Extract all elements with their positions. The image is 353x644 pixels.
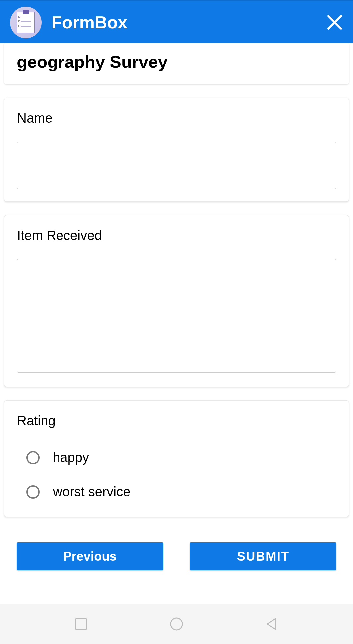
svg-rect-2 — [76, 619, 86, 629]
question-card-name: Name — [4, 98, 349, 202]
form-title: geography Survey — [17, 52, 336, 72]
close-button[interactable] — [326, 14, 343, 31]
close-icon — [326, 14, 343, 31]
radio-option-happy[interactable]: happy — [26, 450, 336, 465]
radio-circle-icon — [26, 485, 40, 499]
app-header: FormBox — [0, 0, 353, 43]
item-received-input[interactable] — [17, 259, 336, 373]
form-title-card: geography Survey — [4, 43, 349, 84]
question-label: Item Received — [17, 228, 336, 243]
nav-home-button[interactable] — [169, 616, 184, 632]
question-label: Name — [17, 111, 336, 126]
circle-icon — [169, 616, 184, 632]
radio-option-worst-service[interactable]: worst service — [26, 484, 336, 499]
submit-button[interactable]: SUBMIT — [190, 542, 336, 570]
submit-button-label: SUBMIT — [237, 549, 290, 564]
rating-radio-group: happy worst service — [17, 444, 336, 504]
square-icon — [73, 616, 89, 632]
android-nav-bar — [0, 604, 353, 644]
name-input[interactable] — [17, 142, 336, 189]
form-content: geography Survey Name Item Received Rati… — [0, 43, 353, 604]
radio-label: worst service — [53, 484, 130, 499]
button-row: Previous SUBMIT — [4, 530, 349, 582]
app-logo-icon — [10, 7, 42, 38]
question-card-item-received: Item Received — [4, 215, 349, 387]
triangle-back-icon — [264, 616, 280, 632]
question-card-rating: Rating happy worst service — [4, 400, 349, 517]
radio-circle-icon — [26, 451, 40, 464]
app-title: FormBox — [52, 12, 127, 32]
question-label: Rating — [17, 413, 336, 428]
nav-back-button[interactable] — [264, 616, 280, 632]
svg-point-3 — [171, 618, 182, 630]
previous-button-label: Previous — [63, 549, 117, 564]
radio-label: happy — [53, 450, 89, 465]
nav-recent-button[interactable] — [73, 616, 89, 632]
previous-button[interactable]: Previous — [17, 542, 163, 570]
